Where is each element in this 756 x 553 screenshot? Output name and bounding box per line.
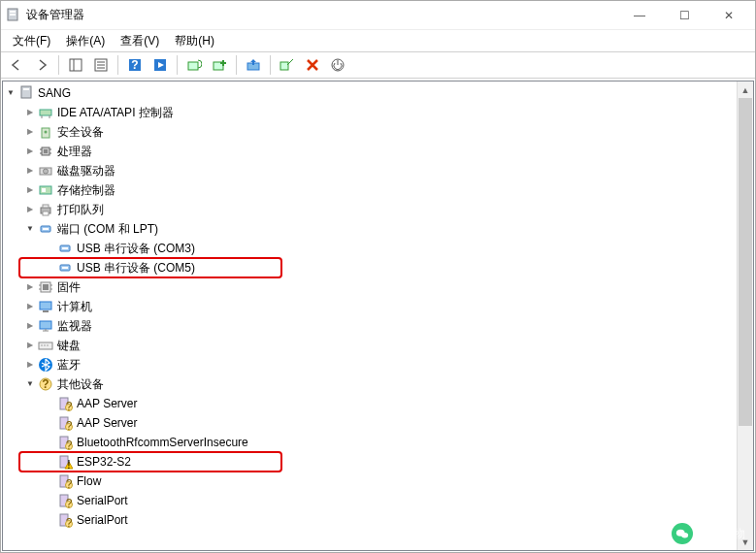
device-tree[interactable]: SANG IDE ATA/ATAPI 控制器 安全设备 处理器 磁盘驱动器 存储… <box>3 81 753 532</box>
action-button[interactable] <box>148 53 172 77</box>
unknown-icon: ? <box>57 415 73 431</box>
expander-icon[interactable] <box>24 126 36 138</box>
svg-text:?: ? <box>66 497 73 509</box>
add-legacy-hardware-button[interactable] <box>208 53 231 77</box>
expander-icon[interactable] <box>5 87 16 99</box>
unknown-icon: ? <box>57 435 73 450</box>
svg-rect-20 <box>23 88 29 90</box>
svg-point-57 <box>41 344 42 345</box>
unknown-icon: ? <box>57 512 73 528</box>
device-other-6[interactable]: ? SerialPort <box>5 510 753 530</box>
expander-icon[interactable] <box>24 378 36 390</box>
svg-rect-2 <box>10 14 16 16</box>
svg-rect-40 <box>43 228 49 230</box>
storage-icon <box>38 182 53 198</box>
device-ports-0[interactable]: USB 串行设备 (COM3) <box>5 239 753 258</box>
category-storage[interactable]: 存储控制器 <box>5 180 753 200</box>
enable-device-button[interactable] <box>326 53 349 77</box>
back-button[interactable] <box>5 53 28 77</box>
category-printq[interactable]: 打印队列 <box>5 200 753 219</box>
tree-root[interactable]: SANG <box>5 83 753 103</box>
close-button[interactable]: ✕ <box>707 1 751 30</box>
expander-icon[interactable] <box>24 281 36 293</box>
menu-help[interactable]: 帮助(H) <box>167 31 222 51</box>
device-other-0[interactable]: ? AAP Server <box>5 394 753 413</box>
printer-icon <box>38 202 53 217</box>
expander-icon[interactable] <box>24 165 36 177</box>
node-label: AAP Server <box>77 394 137 413</box>
show-hide-tree-button[interactable] <box>64 53 87 77</box>
svg-rect-52 <box>43 310 49 312</box>
wechat-icon <box>672 523 693 544</box>
node-label: 磁盘驱动器 <box>57 161 115 180</box>
unknown-icon: ? <box>57 473 73 489</box>
expander-icon[interactable] <box>24 107 36 118</box>
scan-hardware-button[interactable] <box>182 53 206 77</box>
category-disk[interactable]: 磁盘驱动器 <box>5 161 753 180</box>
computer-icon <box>38 299 53 314</box>
svg-rect-1 <box>10 11 16 13</box>
menu-file[interactable]: 文件(F) <box>5 31 58 51</box>
node-label: 固件 <box>57 277 81 297</box>
node-label: 监视器 <box>57 316 92 336</box>
forward-button[interactable] <box>30 53 53 77</box>
svg-point-58 <box>44 344 45 345</box>
device-other-5[interactable]: ? SerialPort <box>5 491 753 510</box>
node-label: USB 串行设备 (COM3) <box>77 239 195 258</box>
node-label: SerialPort <box>77 510 128 530</box>
expander-icon[interactable] <box>24 320 36 332</box>
expander-icon[interactable] <box>24 184 36 196</box>
category-other[interactable]: ? 其他设备 <box>5 374 753 394</box>
device-other-4[interactable]: ? Flow <box>5 472 753 491</box>
vertical-scrollbar[interactable]: ▲ ▼ <box>737 81 753 550</box>
node-label: 其他设备 <box>57 374 104 394</box>
properties-button[interactable] <box>89 53 113 77</box>
category-ports[interactable]: 端口 (COM 和 LPT) <box>5 219 753 239</box>
svg-rect-42 <box>62 247 68 249</box>
svg-point-33 <box>44 169 49 174</box>
unknown-icon: ? <box>57 493 73 508</box>
device-other-3[interactable]: ! ESP32-S2 <box>5 452 753 472</box>
unknown-warn-icon: ! <box>57 454 73 470</box>
uninstall-device-button[interactable] <box>276 53 299 77</box>
expander-icon[interactable] <box>24 204 36 215</box>
category-bluetooth[interactable]: 蓝牙 <box>5 355 753 374</box>
category-computer[interactable]: 计算机 <box>5 297 753 316</box>
update-driver-button[interactable] <box>242 53 265 77</box>
device-ports-1[interactable]: USB 串行设备 (COM5) <box>5 258 753 277</box>
scroll-thumb[interactable] <box>739 98 752 426</box>
expander-icon[interactable] <box>24 301 36 312</box>
menubar: 文件(F) 操作(A) 查看(V) 帮助(H) <box>1 30 755 51</box>
node-label: 存储控制器 <box>57 180 115 200</box>
svg-rect-27 <box>44 149 48 153</box>
category-monitor[interactable]: 监视器 <box>5 316 753 336</box>
expander-icon[interactable] <box>24 146 36 157</box>
device-other-1[interactable]: ? AAP Server <box>5 413 753 433</box>
minimize-button[interactable]: — <box>617 1 662 30</box>
expander-icon[interactable] <box>24 340 36 351</box>
device-other-2[interactable]: ? BluetoothRfcommServerInsecure <box>5 433 753 452</box>
svg-point-59 <box>47 344 48 345</box>
svg-text:?: ? <box>131 58 138 72</box>
security-icon <box>38 124 53 140</box>
svg-rect-51 <box>40 302 51 309</box>
maximize-button[interactable]: ☐ <box>662 1 707 30</box>
expander-icon[interactable] <box>24 223 36 235</box>
category-security[interactable]: 安全设备 <box>5 122 753 142</box>
menu-view[interactable]: 查看(V) <box>113 31 167 51</box>
expander-icon[interactable] <box>24 359 36 371</box>
disable-device-button[interactable] <box>301 53 324 77</box>
help-button[interactable]: ? <box>123 53 147 77</box>
menu-action[interactable]: 操作(A) <box>58 31 113 51</box>
svg-rect-53 <box>40 321 51 329</box>
category-keyboard[interactable]: 键盘 <box>5 336 753 355</box>
svg-rect-3 <box>70 59 82 71</box>
node-label: 计算机 <box>57 297 92 316</box>
category-cpu[interactable]: 处理器 <box>5 142 753 161</box>
svg-rect-46 <box>43 284 49 290</box>
category-ide[interactable]: IDE ATA/ATAPI 控制器 <box>5 103 753 122</box>
scroll-up-arrow-icon[interactable]: ▲ <box>738 81 753 98</box>
node-label: BluetoothRfcommServerInsecure <box>77 433 248 452</box>
svg-text:?: ? <box>42 377 49 391</box>
category-firmware[interactable]: 固件 <box>5 277 753 297</box>
